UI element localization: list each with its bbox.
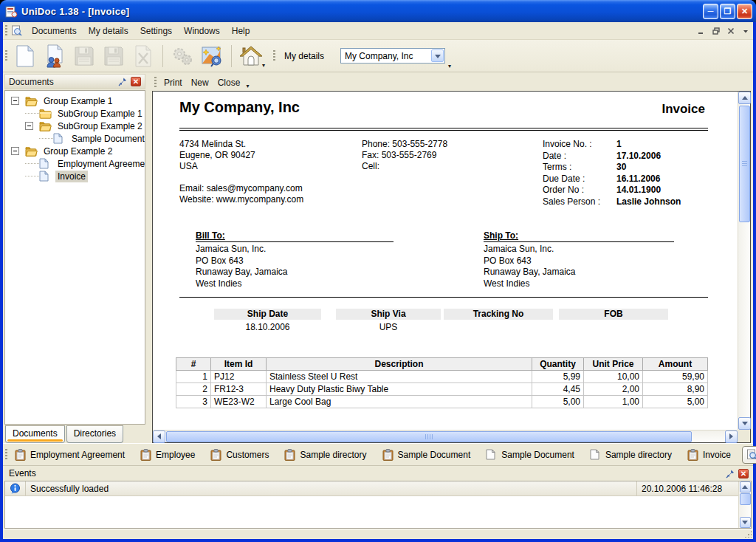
toolbar-overflow-arrow-icon[interactable]: ▾: [448, 63, 451, 69]
docbar-item-label: Customers: [226, 450, 269, 460]
pin-icon[interactable]: [117, 77, 128, 87]
invoice-field-row: Invoice No. :1: [543, 139, 681, 151]
menubar-grip[interactable]: [5, 25, 7, 37]
home-button[interactable]: ▾: [237, 42, 265, 70]
event-row[interactable]: Successfully loaded20.10.2006 11:46:28: [5, 481, 738, 496]
document-vertical-scrollbar[interactable]: [738, 92, 750, 430]
items-table-cell: Heavy Duty Plastic Biwy Table: [267, 383, 532, 396]
menu-bar: DocumentsMy detailsSettingsWindowsHelp: [3, 22, 753, 40]
menu-item-help[interactable]: Help: [226, 24, 256, 38]
mdi-more-icon[interactable]: [741, 27, 750, 35]
menu-item-settings[interactable]: Settings: [134, 24, 178, 38]
items-table-cell: Stainless Steel U Rest: [267, 371, 532, 383]
close-button[interactable]: ✕: [737, 4, 752, 19]
tree-item-group-example-2[interactable]: Group Example 2: [7, 145, 143, 157]
phone-line: Phone: 503-555-2778: [362, 139, 447, 150]
tree-item-sample-document[interactable]: Sample Document: [7, 132, 143, 145]
toolbar-grip-2[interactable]: [273, 50, 275, 62]
invoice-field-row: Terms :30: [543, 162, 681, 174]
mdi-minimize-icon[interactable]: [697, 27, 706, 35]
vertical-scroll-track[interactable]: [738, 222, 750, 417]
tab-documents[interactable]: Documents: [5, 425, 65, 443]
mdi-restore-icon[interactable]: [712, 27, 721, 35]
docbar-item-sample-document[interactable]: Sample Document: [378, 446, 477, 464]
events-scroll-up-button[interactable]: [740, 481, 751, 493]
document-toolbar-buttons: PrintNewClose: [159, 76, 244, 89]
events-scroll-down-button[interactable]: [740, 517, 751, 528]
events-body: Successfully loaded20.10.2006 11:46:28: [4, 481, 752, 529]
tree-item-label: Group Example 1: [41, 95, 114, 107]
docbar-item-sample-directory[interactable]: Sample directory: [280, 446, 372, 464]
document-toolbar-grip[interactable]: [154, 77, 157, 89]
close-button[interactable]: Close: [213, 76, 245, 89]
toolbar-grip[interactable]: [5, 50, 7, 62]
minimize-button[interactable]: ─: [703, 4, 718, 19]
new-button[interactable]: New: [187, 76, 213, 89]
reports-button[interactable]: [198, 42, 226, 70]
items-column-header: Amount: [643, 358, 708, 371]
field-value: 17.10.2006: [616, 151, 661, 162]
resize-grip[interactable]: [744, 530, 752, 538]
tree-item-subgroup-example-2[interactable]: SubGroup Example 2: [7, 120, 143, 132]
folder-open-icon: [25, 145, 38, 157]
new-document-button[interactable]: [11, 42, 39, 70]
page-icon: [590, 449, 602, 461]
invoice-field-row: Order No :14.01.1900: [543, 185, 681, 196]
scroll-right-button[interactable]: [725, 430, 738, 443]
events-panel-title: Events: [9, 468, 36, 478]
docbar-item-sample-directory[interactable]: Sample directory: [585, 446, 678, 464]
tree-expander-minus[interactable]: [11, 97, 19, 105]
bill-to-line: Runaway Bay, Jamaica: [196, 267, 394, 278]
my-details-button[interactable]: [41, 42, 69, 70]
company-contact: Email: sales@mycompany.comWebsite: www.m…: [179, 183, 303, 205]
mdi-window-controls: [697, 27, 750, 35]
tree-item-invoice[interactable]: Invoice: [7, 170, 143, 182]
tree-item-employment-agreement[interactable]: Employment Agreement: [7, 157, 143, 170]
items-table-cell: 4,45: [532, 383, 584, 396]
items-table-cell: 5,00: [643, 396, 708, 408]
invoice-title: Invoice: [662, 102, 705, 117]
events-scrollbar[interactable]: [738, 481, 751, 528]
events-scroll-thumb[interactable]: [740, 493, 751, 505]
events-scroll-track[interactable]: [739, 505, 751, 517]
menu-item-documents[interactable]: Documents: [26, 24, 83, 38]
scroll-left-button[interactable]: [153, 430, 165, 443]
ship-to-line: West Indies: [484, 278, 674, 290]
docbar-grip[interactable]: [5, 449, 7, 461]
tree-connector: [25, 113, 39, 114]
menu-item-my-details[interactable]: My details: [83, 24, 134, 38]
scroll-up-button[interactable]: [738, 92, 751, 104]
docbar-item-customers[interactable]: Customers: [206, 446, 275, 464]
items-table-cell: 10,00: [584, 371, 643, 383]
docbar-item-employment-agreement[interactable]: Employment Agreement: [10, 446, 131, 464]
mdi-close-icon[interactable]: [726, 27, 735, 35]
tree-expander-minus[interactable]: [25, 122, 33, 130]
document-horizontal-scrollbar[interactable]: [153, 430, 738, 442]
documents-panel-header: Documents ✕: [4, 74, 145, 89]
events-close-icon[interactable]: ✕: [738, 468, 749, 478]
tree-expander-minus[interactable]: [11, 147, 19, 155]
docbar-item-invoice[interactable]: Invoice: [683, 446, 737, 464]
items-table-cell: 5,00: [532, 396, 584, 408]
print-button[interactable]: Print: [159, 76, 187, 89]
panel-close-icon[interactable]: ✕: [131, 77, 141, 87]
docbar-item-invoice[interactable]: Invoice: [742, 446, 756, 464]
events-pin-icon[interactable]: [725, 468, 735, 478]
company-select[interactable]: My Company, Inc: [340, 48, 445, 64]
dropdown-arrow-icon[interactable]: ▾: [262, 62, 265, 69]
docbar-item-employee[interactable]: Employee: [136, 446, 201, 464]
combo-dropdown-button[interactable]: [431, 49, 444, 62]
tree-item-subgroup-example-1[interactable]: SubGroup Example 1: [7, 107, 143, 120]
document-toolbar-dropdown-icon[interactable]: ▾: [246, 83, 249, 89]
invoice-company-name: My Company, Inc: [179, 99, 300, 116]
menu-item-windows[interactable]: Windows: [178, 24, 226, 38]
tree-item-group-example-1[interactable]: Group Example 1: [7, 95, 143, 107]
delete-document-icon: [133, 44, 154, 68]
tab-directories[interactable]: Directories: [66, 425, 123, 443]
horizontal-scroll-thumb[interactable]: [166, 431, 692, 442]
vertical-scroll-thumb[interactable]: [739, 106, 750, 222]
docbar-item-sample-document[interactable]: Sample Document: [481, 446, 580, 464]
scroll-down-button[interactable]: [738, 417, 751, 430]
panel-splitter[interactable]: [145, 74, 152, 443]
maximize-button[interactable]: ❐: [720, 4, 735, 19]
